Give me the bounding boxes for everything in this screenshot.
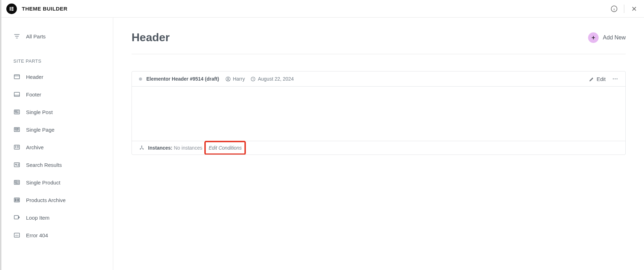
template-title[interactable]: Elementor Header #9514 (draft) bbox=[146, 76, 219, 82]
template-preview[interactable] bbox=[132, 87, 625, 141]
sidebar-item-label: Search Results bbox=[26, 162, 62, 168]
instances-icon bbox=[139, 145, 145, 151]
single-page-icon bbox=[13, 126, 20, 133]
sidebar-item-label: Header bbox=[26, 74, 43, 80]
error-404-icon: 404 bbox=[13, 232, 20, 239]
content-area: Header Add New Elementor Header #9514 (d… bbox=[113, 18, 644, 270]
single-product-icon bbox=[13, 179, 20, 186]
svg-rect-11 bbox=[14, 145, 20, 149]
template-card: Elementor Header #9514 (draft) Harry Aug… bbox=[132, 71, 626, 155]
single-post-icon bbox=[13, 108, 20, 115]
svg-rect-2 bbox=[11, 8, 13, 9]
svg-rect-5 bbox=[14, 75, 20, 79]
svg-rect-17 bbox=[15, 199, 16, 200]
svg-rect-8 bbox=[15, 111, 17, 112]
svg-text:404: 404 bbox=[15, 234, 19, 237]
edit-button[interactable]: Edit bbox=[589, 76, 606, 82]
app-title: THEME BUILDER bbox=[22, 6, 68, 12]
sidebar-item-label: Loop Item bbox=[26, 215, 50, 221]
svg-point-29 bbox=[617, 79, 618, 80]
svg-rect-10 bbox=[15, 128, 17, 130]
sidebar-heading: SITE PARTS bbox=[1, 58, 113, 64]
sidebar-item-archive[interactable]: Archive bbox=[1, 138, 113, 156]
pencil-icon bbox=[589, 76, 594, 82]
clock-icon bbox=[250, 76, 256, 82]
plus-icon bbox=[588, 32, 599, 43]
add-new-button[interactable]: Add New bbox=[588, 32, 626, 43]
loop-item-icon bbox=[13, 214, 20, 221]
topbar: THEME BUILDER bbox=[1, 0, 644, 18]
sidebar-all-parts-label: All Parts bbox=[26, 33, 46, 39]
help-icon[interactable] bbox=[611, 5, 618, 12]
sidebar: All Parts SITE PARTS Header Footer Singl… bbox=[1, 18, 113, 270]
edit-conditions-link[interactable]: Edit Conditions bbox=[209, 145, 242, 151]
search-results-icon bbox=[13, 161, 20, 168]
svg-rect-0 bbox=[10, 7, 11, 11]
sidebar-item-single-post[interactable]: Single Post bbox=[1, 103, 113, 121]
sidebar-item-label: Footer bbox=[26, 92, 41, 98]
main-layout: All Parts SITE PARTS Header Footer Singl… bbox=[1, 18, 644, 270]
archive-icon bbox=[13, 144, 20, 151]
svg-rect-1 bbox=[11, 7, 13, 8]
sidebar-item-footer[interactable]: Footer bbox=[1, 86, 113, 103]
sidebar-item-header[interactable]: Header bbox=[1, 68, 113, 86]
footer-icon bbox=[13, 91, 20, 98]
svg-rect-21 bbox=[14, 215, 19, 219]
elementor-logo-icon bbox=[6, 4, 17, 14]
svg-rect-18 bbox=[18, 199, 19, 200]
template-author: Harry bbox=[225, 76, 245, 82]
template-card-header: Elementor Header #9514 (draft) Harry Aug… bbox=[132, 71, 625, 87]
topbar-divider bbox=[624, 5, 624, 13]
sidebar-item-label: Single Post bbox=[26, 109, 53, 115]
sidebar-item-loop-item[interactable]: Loop Item bbox=[1, 209, 113, 226]
dots-horizontal-icon bbox=[612, 76, 618, 82]
svg-point-27 bbox=[613, 79, 614, 80]
user-icon bbox=[225, 76, 231, 82]
svg-point-30 bbox=[141, 146, 142, 147]
products-archive-icon bbox=[13, 196, 20, 203]
sidebar-all-parts[interactable]: All Parts bbox=[1, 27, 113, 45]
status-dot-icon bbox=[139, 77, 142, 81]
sidebar-item-search-results[interactable]: Search Results bbox=[1, 156, 113, 174]
sidebar-item-label: Products Archive bbox=[26, 197, 66, 203]
svg-rect-15 bbox=[15, 181, 17, 183]
svg-point-25 bbox=[228, 77, 229, 79]
instances-label: Instances: bbox=[148, 145, 172, 151]
svg-point-28 bbox=[615, 79, 616, 80]
template-card-footer: Instances: No instances Edit Conditions bbox=[132, 141, 625, 155]
content-header: Header Add New bbox=[132, 31, 626, 54]
edit-button-label: Edit bbox=[597, 76, 606, 82]
sidebar-item-label: Single Product bbox=[26, 180, 60, 186]
page-title: Header bbox=[132, 31, 170, 44]
sidebar-item-error-404[interactable]: 404 Error 404 bbox=[1, 226, 113, 244]
svg-point-13 bbox=[15, 164, 17, 165]
add-new-label: Add New bbox=[603, 34, 626, 41]
instances-value: No instances bbox=[174, 145, 202, 151]
template-author-name: Harry bbox=[233, 76, 245, 82]
svg-rect-19 bbox=[15, 200, 16, 201]
sidebar-item-label: Error 404 bbox=[26, 232, 48, 238]
all-parts-icon bbox=[13, 33, 20, 40]
close-icon[interactable] bbox=[631, 5, 638, 12]
svg-rect-6 bbox=[14, 92, 20, 96]
sidebar-item-single-product[interactable]: Single Product bbox=[1, 174, 113, 191]
sidebar-item-products-archive[interactable]: Products Archive bbox=[1, 191, 113, 209]
template-date-value: August 22, 2024 bbox=[258, 76, 294, 82]
sidebar-item-single-page[interactable]: Single Page bbox=[1, 121, 113, 138]
svg-rect-20 bbox=[18, 200, 19, 201]
template-date: August 22, 2024 bbox=[250, 76, 294, 82]
header-icon bbox=[13, 73, 20, 80]
more-options-button[interactable] bbox=[612, 76, 618, 82]
svg-rect-3 bbox=[11, 10, 13, 11]
sidebar-item-label: Single Page bbox=[26, 127, 55, 133]
sidebar-item-label: Archive bbox=[26, 144, 44, 150]
